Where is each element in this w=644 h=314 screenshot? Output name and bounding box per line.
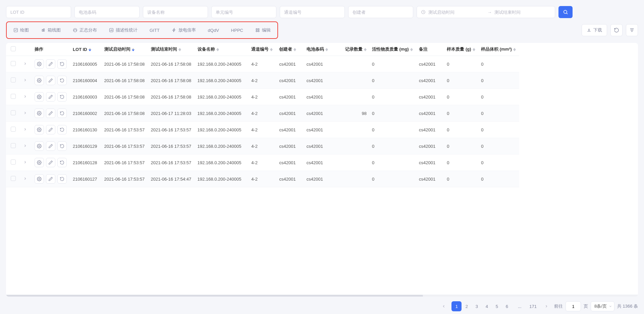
col-end-time[interactable]: 测试结束时间: [151, 47, 177, 52]
tool-edit[interactable]: 编辑: [251, 24, 275, 36]
row-history-button[interactable]: [57, 158, 67, 167]
page-prev[interactable]: [439, 301, 449, 311]
tool-normal-dist[interactable]: 正态分布: [68, 24, 102, 36]
col-start-time[interactable]: 测试启动时间: [104, 47, 130, 52]
col-lot-id[interactable]: LOT ID: [73, 47, 87, 52]
col-channel-no[interactable]: 通道编号: [251, 47, 269, 52]
page-3[interactable]: 3: [472, 301, 482, 311]
page-5[interactable]: 5: [492, 301, 502, 311]
sort-icon[interactable]: [178, 48, 181, 51]
tool-descriptive[interactable]: 描述性统计: [104, 24, 142, 36]
expand-row-icon[interactable]: [23, 177, 27, 181]
row-edit-button[interactable]: [46, 125, 55, 134]
row-checkbox[interactable]: [11, 176, 16, 181]
filter-creator[interactable]: [348, 6, 413, 18]
row-edit-button[interactable]: [46, 92, 55, 102]
horizontal-scrollbar[interactable]: [6, 295, 638, 297]
sort-icon[interactable]: [270, 48, 273, 51]
col-sample-mass[interactable]: 样本质量 (g): [447, 47, 471, 52]
sort-icon[interactable]: [513, 48, 516, 51]
row-history-button[interactable]: [57, 141, 67, 151]
filter-date-range[interactable]: →: [417, 6, 555, 18]
row-history-button[interactable]: [57, 174, 67, 184]
page-1[interactable]: 1: [451, 301, 462, 311]
per-page-select[interactable]: 8条/页: [591, 301, 614, 311]
row-edit-button[interactable]: [46, 59, 55, 69]
row-edit-button[interactable]: [46, 76, 55, 85]
row-checkbox[interactable]: [11, 127, 16, 132]
expand-row-icon[interactable]: [23, 95, 27, 99]
row-history-button[interactable]: [57, 109, 67, 118]
filter-device-name[interactable]: [143, 6, 208, 18]
row-checkbox[interactable]: [11, 94, 16, 99]
expand-row-icon[interactable]: [23, 62, 27, 66]
sort-icon[interactable]: [89, 48, 91, 51]
goto-input[interactable]: [566, 301, 581, 311]
refresh-button[interactable]: [610, 24, 623, 36]
row-history-button[interactable]: [57, 125, 67, 134]
filter-unit-no[interactable]: [211, 6, 276, 18]
filter-channel-no[interactable]: [280, 6, 345, 18]
row-history-button[interactable]: [57, 76, 67, 85]
data-table-wrap: 操作 LOT ID 测试启动时间 测试结束时间 设备名称 通道编号 创建者 电池…: [6, 43, 638, 297]
row-settings-button[interactable]: [35, 125, 44, 134]
row-settings-button[interactable]: [35, 141, 44, 151]
sort-icon[interactable]: [364, 48, 367, 51]
sort-icon[interactable]: [132, 48, 135, 51]
filter-battery-code[interactable]: [74, 6, 140, 18]
page-2[interactable]: 2: [462, 301, 472, 311]
tool-hppc[interactable]: HPPC: [226, 24, 248, 36]
row-checkbox[interactable]: [11, 110, 16, 115]
expand-row-icon[interactable]: [23, 127, 27, 131]
col-record-count[interactable]: 记录数量: [345, 47, 363, 52]
expand-row-icon[interactable]: [23, 111, 27, 115]
col-active-mass[interactable]: 活性物质质量 (mg): [372, 47, 409, 52]
search-button[interactable]: [558, 6, 573, 18]
expand-row-icon[interactable]: [23, 144, 27, 148]
row-settings-button[interactable]: [35, 174, 44, 184]
settings-button[interactable]: [626, 24, 638, 36]
page-4[interactable]: 4: [482, 301, 492, 311]
row-checkbox[interactable]: [11, 77, 16, 82]
download-button[interactable]: 下载: [582, 24, 607, 36]
row-edit-button[interactable]: [46, 109, 55, 118]
row-settings-button[interactable]: [35, 158, 44, 167]
sort-icon[interactable]: [216, 48, 219, 51]
row-checkbox[interactable]: [11, 160, 16, 165]
filter-date-end[interactable]: [494, 10, 551, 15]
row-settings-button[interactable]: [35, 59, 44, 69]
filter-lot-id[interactable]: [6, 6, 71, 18]
sort-icon[interactable]: [325, 48, 328, 51]
tool-boxplot[interactable]: 箱线图: [36, 24, 65, 36]
svg-rect-3: [42, 29, 43, 32]
sort-icon[interactable]: [473, 48, 475, 51]
row-checkbox[interactable]: [11, 143, 16, 148]
row-edit-button[interactable]: [46, 158, 55, 167]
col-sample-volume[interactable]: 样品体积 (mm³): [481, 47, 512, 52]
col-battery-code[interactable]: 电池条码: [307, 47, 324, 52]
col-creator[interactable]: 创建者: [279, 47, 292, 52]
sort-icon[interactable]: [293, 48, 296, 51]
page-last[interactable]: 171: [527, 301, 539, 311]
row-history-button[interactable]: [57, 92, 67, 102]
row-settings-button[interactable]: [35, 92, 44, 102]
row-checkbox[interactable]: [11, 61, 16, 66]
filter-date-start[interactable]: [428, 10, 485, 15]
select-all-checkbox[interactable]: [11, 46, 16, 51]
row-settings-button[interactable]: [35, 109, 44, 118]
sort-icon[interactable]: [410, 48, 413, 51]
tool-dqdv[interactable]: dQdV: [203, 24, 224, 36]
page-6[interactable]: 6: [502, 301, 512, 311]
tool-gitt[interactable]: GITT: [145, 24, 164, 36]
row-settings-button[interactable]: [35, 76, 44, 85]
row-edit-button[interactable]: [46, 141, 55, 151]
row-edit-button[interactable]: [46, 174, 55, 184]
expand-row-icon[interactable]: [23, 78, 27, 82]
expand-row-icon[interactable]: [23, 160, 27, 164]
row-history-button[interactable]: [57, 59, 67, 69]
tool-discharge-rate[interactable]: 放电倍率: [167, 24, 201, 36]
page-next[interactable]: [541, 301, 551, 311]
tool-draw[interactable]: 绘图: [9, 24, 34, 36]
col-device-name[interactable]: 设备名称: [198, 47, 215, 52]
page-ellipsis[interactable]: ...: [515, 301, 525, 311]
